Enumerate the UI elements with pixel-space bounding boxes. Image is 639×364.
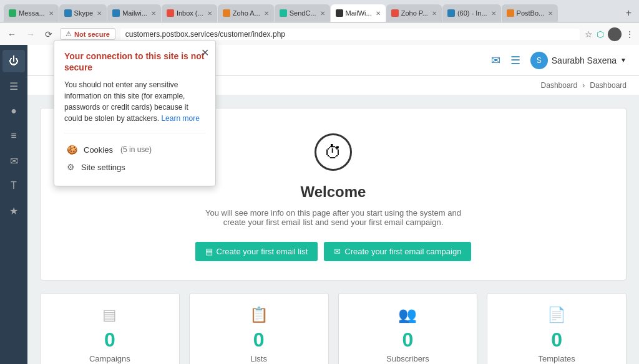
tab-close-icon[interactable]: ✕ [491, 10, 496, 17]
security-popup: ✕ Your connection to this site is not se… [54, 40, 216, 186]
tab-close-icon[interactable]: ✕ [207, 10, 212, 17]
tab-label: Mailwi... [122, 9, 147, 17]
popup-cookies-item[interactable]: 🍪 Cookies (5 in use) [64, 141, 205, 158]
menu-nav-icon[interactable]: ☰ [510, 54, 520, 67]
tab-t1[interactable]: Messa... ✕ [4, 4, 59, 22]
sidebar-item-chart[interactable]: ● [2, 100, 25, 122]
tab-favicon [507, 9, 514, 17]
sidebar-item-menu[interactable]: ☰ [2, 75, 25, 97]
stat-label-lists: Lists [202, 354, 316, 363]
tab-close-icon[interactable]: ✕ [151, 10, 156, 17]
url-input[interactable] [120, 29, 580, 40]
tab-t5[interactable]: Zoho A... ✕ [218, 4, 274, 22]
tab-close-icon[interactable]: ✕ [97, 10, 102, 17]
tab-close-icon[interactable]: ✕ [264, 10, 269, 17]
lock-icon: ⚠ [66, 30, 72, 38]
tab-label: Zoho P... [401, 9, 428, 17]
learn-more-link[interactable]: Learn more [161, 114, 199, 123]
extension-icon[interactable]: ⬡ [597, 29, 604, 39]
security-badge[interactable]: ⚠ Not secure [60, 28, 115, 40]
tab-label: MailWi... [346, 9, 372, 17]
tab-t9[interactable]: (60) - In... ✕ [442, 4, 501, 22]
stat-value-subscribers: 0 [351, 328, 465, 352]
popup-site-settings-item[interactable]: ⚙ Site settings [64, 158, 205, 176]
tab-favicon [112, 9, 120, 17]
tab-close-icon[interactable]: ✕ [320, 10, 325, 17]
tab-label: Inbox (... [177, 9, 203, 17]
tab-favicon [336, 9, 343, 17]
user-dropdown-icon: ▼ [620, 57, 627, 64]
new-tab-button[interactable]: + [622, 7, 635, 19]
tab-t10[interactable]: PostBo... ✕ [502, 4, 559, 22]
user-avatar: S [530, 52, 548, 69]
tab-close-icon[interactable]: ✕ [49, 10, 54, 17]
popup-body: You should not enter any sensitive infor… [64, 79, 205, 124]
forward-button[interactable]: → [24, 28, 37, 41]
tab-favicon [223, 9, 230, 17]
stat-icon-campaigns: ▤ [53, 306, 167, 323]
user-menu[interactable]: S Saurabh Saxena ▼ [530, 52, 627, 69]
cookies-count: (5 in use) [120, 145, 152, 154]
tab-bar: Messa... ✕ Skype ✕ Mailwi... ✕ Inbox (..… [0, 0, 639, 22]
stat-icon-lists: 📋 [202, 306, 316, 323]
sidebar-item-text[interactable]: T [2, 175, 25, 197]
create-campaign-button[interactable]: ✉ Create your first email campaign [324, 242, 471, 261]
popup-divider [64, 133, 205, 133]
tab-favicon [391, 9, 399, 17]
popup-title: Your connection to this site is not secu… [64, 50, 205, 73]
welcome-icon: ⏱ [315, 133, 352, 171]
breadcrumb-item-1[interactable]: Dashboard [541, 81, 578, 90]
tab-favicon [9, 9, 16, 17]
cookies-icon: 🍪 [67, 145, 77, 155]
create-list-button[interactable]: ▤ Create your first email list [195, 242, 318, 261]
tab-close-icon[interactable]: ✕ [432, 10, 437, 17]
tab-label: PostBo... [517, 9, 545, 17]
browser-chrome: Messa... ✕ Skype ✕ Mailwi... ✕ Inbox (..… [0, 0, 639, 45]
tab-close-icon[interactable]: ✕ [376, 10, 381, 17]
welcome-description: You will see more info on this page afte… [202, 208, 464, 227]
tab-t8[interactable]: Zoho P... ✕ [386, 4, 442, 22]
security-text: Not secure [74, 31, 110, 38]
stat-icon-subscribers: 👥 [351, 306, 465, 323]
sidebar-item-star[interactable]: ★ [2, 199, 25, 222]
tab-label: Skype [74, 9, 94, 17]
tab-favicon [64, 9, 72, 17]
user-name: Saurabh Saxena [552, 55, 617, 65]
stat-value-lists: 0 [202, 328, 316, 352]
tab-close-icon[interactable]: ✕ [548, 10, 553, 17]
stat-card-subscribers: 👥 0 Subscribers [338, 293, 478, 364]
stat-card-lists: 📋 0 Lists [189, 293, 329, 364]
address-bar-actions: ☆ ⬡ ⋮ [585, 27, 634, 41]
popup-close-button[interactable]: ✕ [201, 47, 209, 59]
stat-value-templates: 0 [500, 328, 613, 352]
stat-icon-templates: 📄 [500, 306, 613, 323]
stat-card-templates: 📄 0 Templates [487, 293, 627, 364]
sidebar-item-list[interactable]: ≡ [2, 125, 25, 147]
tab-t7[interactable]: MailWi... ✕ [331, 4, 386, 22]
tab-t2[interactable]: Skype ✕ [59, 4, 107, 22]
stat-value-campaigns: 0 [53, 328, 167, 352]
more-icon[interactable]: ⋮ [625, 29, 634, 39]
tab-t6[interactable]: SendC... ✕ [275, 4, 330, 22]
settings-icon: ⚙ [67, 162, 75, 172]
tab-t3[interactable]: Mailwi... ✕ [107, 4, 161, 22]
tab-t4[interactable]: Inbox (... ✕ [162, 4, 217, 22]
cookies-label: Cookies [84, 145, 113, 155]
sidebar-item-email[interactable]: ✉ [2, 150, 25, 172]
tab-label: Messa... [19, 9, 45, 17]
stat-label-templates: Templates [500, 354, 613, 363]
create-campaign-icon: ✉ [334, 247, 341, 256]
tab-label: (60) - In... [457, 9, 487, 17]
stat-label-campaigns: Campaigns [53, 354, 167, 363]
sidebar-item-home[interactable]: ⏻ [2, 50, 25, 72]
tab-label: Zoho A... [233, 9, 260, 17]
tab-favicon [280, 9, 287, 17]
sidebar: ⏻☰●≡✉T★ [0, 45, 27, 364]
back-button[interactable]: ← [5, 28, 19, 41]
profile-avatar[interactable] [608, 27, 622, 41]
refresh-button[interactable]: ⟳ [42, 28, 55, 41]
bookmark-icon[interactable]: ☆ [585, 29, 593, 39]
create-list-label: Create your first email list [217, 247, 308, 256]
email-nav-icon[interactable]: ✉ [491, 54, 500, 67]
create-list-icon: ▤ [205, 247, 213, 256]
